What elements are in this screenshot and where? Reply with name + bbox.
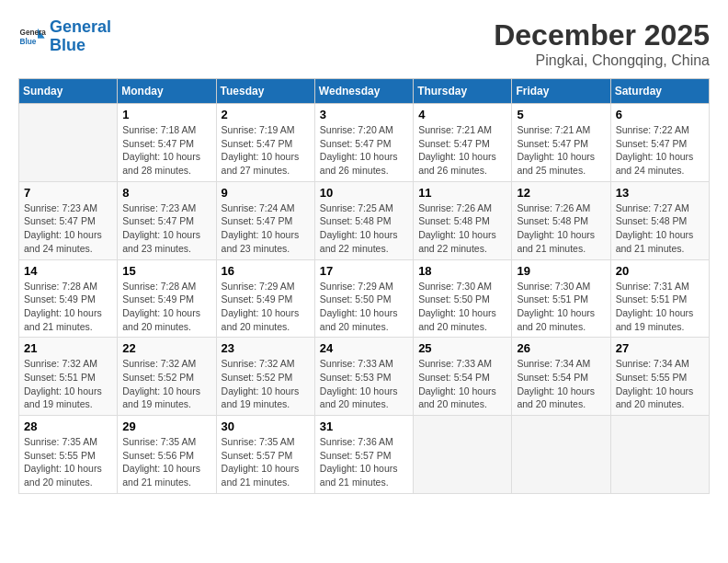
day-number: 28 [24,419,112,433]
calendar-cell: 17Sunrise: 7:29 AM Sunset: 5:50 PM Dayli… [314,259,413,338]
calendar-cell: 1Sunrise: 7:18 AM Sunset: 5:47 PM Daylig… [118,104,216,182]
day-info: Sunrise: 7:34 AM Sunset: 5:54 PM Dayligh… [517,357,605,411]
day-info: Sunrise: 7:25 AM Sunset: 5:48 PM Dayligh… [320,201,408,256]
week-row-3: 14Sunrise: 7:28 AM Sunset: 5:49 PM Dayli… [19,259,710,338]
weekday-header-sunday: Sunday [19,79,118,104]
day-number: 23 [222,341,310,355]
day-info: Sunrise: 7:28 AM Sunset: 5:49 PM Dayligh… [122,280,210,334]
day-info: Sunrise: 7:26 AM Sunset: 5:48 PM Dayligh… [517,201,605,256]
day-number: 15 [122,264,210,278]
day-info: Sunrise: 7:35 AM Sunset: 5:55 PM Dayligh… [24,435,112,489]
calendar-cell: 8Sunrise: 7:23 AM Sunset: 5:47 PM Daylig… [118,181,216,259]
calendar-cell: 18Sunrise: 7:30 AM Sunset: 5:50 PM Dayli… [414,259,512,338]
day-number: 2 [222,108,310,121]
svg-text:General: General [20,29,47,37]
calendar-cell: 25Sunrise: 7:33 AM Sunset: 5:54 PM Dayli… [414,338,512,416]
day-info: Sunrise: 7:35 AM Sunset: 5:57 PM Dayligh… [222,435,310,489]
day-info: Sunrise: 7:20 AM Sunset: 5:47 PM Dayligh… [320,123,408,178]
weekday-header-friday: Friday [512,79,610,104]
day-number: 27 [616,341,704,355]
page-header: General Blue GeneralBlue December 2025 P… [18,18,710,69]
day-info: Sunrise: 7:31 AM Sunset: 5:51 PM Dayligh… [616,280,704,334]
day-number: 25 [418,341,506,355]
day-info: Sunrise: 7:29 AM Sunset: 5:49 PM Dayligh… [222,280,310,334]
day-number: 11 [418,186,506,200]
day-info: Sunrise: 7:29 AM Sunset: 5:50 PM Dayligh… [320,280,408,334]
day-number: 9 [222,186,310,200]
weekday-header-tuesday: Tuesday [216,79,314,104]
calendar-cell: 10Sunrise: 7:25 AM Sunset: 5:48 PM Dayli… [314,181,413,259]
svg-text:Blue: Blue [20,37,37,45]
calendar-table: SundayMondayTuesdayWednesdayThursdayFrid… [18,78,710,494]
day-number: 6 [616,108,704,121]
day-number: 30 [222,419,310,433]
day-info: Sunrise: 7:23 AM Sunset: 5:47 PM Dayligh… [122,201,210,256]
day-info: Sunrise: 7:32 AM Sunset: 5:52 PM Dayligh… [122,357,210,411]
day-number: 7 [24,186,112,200]
day-number: 3 [320,108,408,121]
calendar-cell: 2Sunrise: 7:19 AM Sunset: 5:47 PM Daylig… [216,104,314,182]
calendar-cell: 21Sunrise: 7:32 AM Sunset: 5:51 PM Dayli… [19,338,118,416]
day-number: 14 [24,264,112,278]
day-number: 1 [122,108,210,121]
day-number: 17 [320,264,408,278]
week-row-2: 7Sunrise: 7:23 AM Sunset: 5:47 PM Daylig… [19,181,710,259]
day-info: Sunrise: 7:18 AM Sunset: 5:47 PM Dayligh… [122,123,210,178]
location-subtitle: Pingkai, Chongqing, China [494,52,710,69]
weekday-header-thursday: Thursday [414,79,512,104]
day-info: Sunrise: 7:22 AM Sunset: 5:47 PM Dayligh… [616,123,704,178]
weekday-header-wednesday: Wednesday [314,79,413,104]
day-number: 26 [517,341,605,355]
day-number: 10 [320,186,408,200]
day-number: 20 [616,264,704,278]
day-number: 29 [122,419,210,433]
calendar-cell: 12Sunrise: 7:26 AM Sunset: 5:48 PM Dayli… [512,181,610,259]
weekday-header-saturday: Saturday [610,79,709,104]
calendar-cell [414,416,512,494]
calendar-cell: 14Sunrise: 7:28 AM Sunset: 5:49 PM Dayli… [19,259,118,338]
calendar-cell: 3Sunrise: 7:20 AM Sunset: 5:47 PM Daylig… [314,104,413,182]
calendar-cell: 11Sunrise: 7:26 AM Sunset: 5:48 PM Dayli… [414,181,512,259]
day-number: 4 [418,108,506,121]
calendar-cell: 9Sunrise: 7:24 AM Sunset: 5:47 PM Daylig… [216,181,314,259]
title-block: December 2025 Pingkai, Chongqing, China [494,18,710,69]
calendar-cell: 26Sunrise: 7:34 AM Sunset: 5:54 PM Dayli… [512,338,610,416]
day-number: 8 [122,186,210,200]
day-info: Sunrise: 7:33 AM Sunset: 5:54 PM Dayligh… [418,357,506,411]
calendar-cell: 23Sunrise: 7:32 AM Sunset: 5:52 PM Dayli… [216,338,314,416]
day-info: Sunrise: 7:30 AM Sunset: 5:51 PM Dayligh… [517,280,605,334]
day-info: Sunrise: 7:21 AM Sunset: 5:47 PM Dayligh… [517,123,605,178]
calendar-cell: 16Sunrise: 7:29 AM Sunset: 5:49 PM Dayli… [216,259,314,338]
calendar-cell: 7Sunrise: 7:23 AM Sunset: 5:47 PM Daylig… [19,181,118,259]
calendar-cell: 30Sunrise: 7:35 AM Sunset: 5:57 PM Dayli… [216,416,314,494]
calendar-cell: 31Sunrise: 7:36 AM Sunset: 5:57 PM Dayli… [314,416,413,494]
day-info: Sunrise: 7:32 AM Sunset: 5:51 PM Dayligh… [24,357,112,411]
calendar-cell: 4Sunrise: 7:21 AM Sunset: 5:47 PM Daylig… [414,104,512,182]
calendar-cell [610,416,709,494]
calendar-cell: 20Sunrise: 7:31 AM Sunset: 5:51 PM Dayli… [610,259,709,338]
calendar-cell: 13Sunrise: 7:27 AM Sunset: 5:48 PM Dayli… [610,181,709,259]
day-info: Sunrise: 7:34 AM Sunset: 5:55 PM Dayligh… [616,357,704,411]
calendar-cell: 29Sunrise: 7:35 AM Sunset: 5:56 PM Dayli… [118,416,216,494]
calendar-cell: 24Sunrise: 7:33 AM Sunset: 5:53 PM Dayli… [314,338,413,416]
day-number: 31 [320,419,408,433]
day-number: 12 [517,186,605,200]
day-info: Sunrise: 7:33 AM Sunset: 5:53 PM Dayligh… [320,357,408,411]
calendar-cell: 27Sunrise: 7:34 AM Sunset: 5:55 PM Dayli… [610,338,709,416]
calendar-cell: 6Sunrise: 7:22 AM Sunset: 5:47 PM Daylig… [610,104,709,182]
logo-icon: General Blue [18,23,46,51]
day-number: 16 [222,264,310,278]
day-info: Sunrise: 7:19 AM Sunset: 5:47 PM Dayligh… [222,123,310,178]
day-info: Sunrise: 7:35 AM Sunset: 5:56 PM Dayligh… [122,435,210,489]
weekday-header-monday: Monday [118,79,216,104]
day-info: Sunrise: 7:24 AM Sunset: 5:47 PM Dayligh… [222,201,310,256]
calendar-cell: 22Sunrise: 7:32 AM Sunset: 5:52 PM Dayli… [118,338,216,416]
day-number: 5 [517,108,605,121]
day-info: Sunrise: 7:30 AM Sunset: 5:50 PM Dayligh… [418,280,506,334]
calendar-cell: 28Sunrise: 7:35 AM Sunset: 5:55 PM Dayli… [19,416,118,494]
calendar-cell: 19Sunrise: 7:30 AM Sunset: 5:51 PM Dayli… [512,259,610,338]
day-info: Sunrise: 7:26 AM Sunset: 5:48 PM Dayligh… [418,201,506,256]
month-title: December 2025 [494,18,710,52]
day-info: Sunrise: 7:27 AM Sunset: 5:48 PM Dayligh… [616,201,704,256]
day-number: 13 [616,186,704,200]
